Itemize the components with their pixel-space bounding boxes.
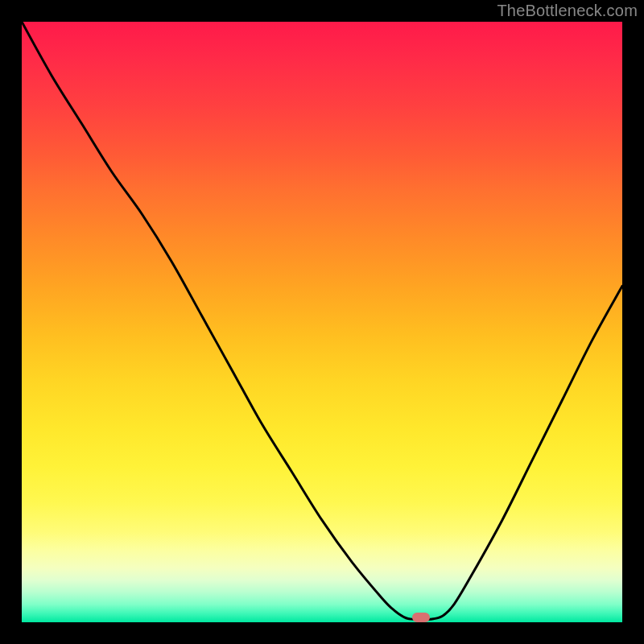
chart-container: TheBottleneck.com [0, 0, 644, 644]
bottleneck-curve [22, 22, 622, 622]
watermark-text: TheBottleneck.com [497, 2, 638, 20]
highlight-marker [412, 613, 430, 622]
